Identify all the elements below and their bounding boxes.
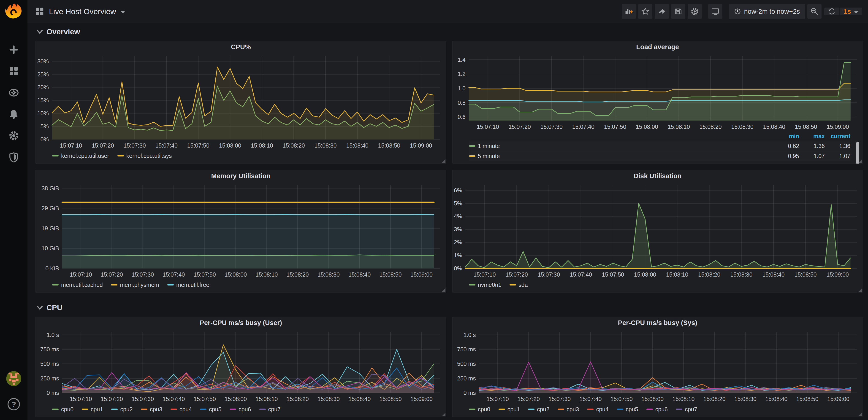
panel-resize-handle[interactable]: [858, 159, 862, 163]
chart-area[interactable]: 15:07:1015:07:2015:07:3015:07:4015:07:50…: [36, 182, 446, 279]
x-axis-tick-label: 15:09:00: [410, 396, 433, 402]
sidebar-item-alerting[interactable]: [8, 109, 19, 120]
legend-item[interactable]: cpu0: [52, 406, 73, 413]
legend-item[interactable]: kernel.cpu.util.sys: [117, 153, 172, 159]
panel-resize-handle[interactable]: [858, 288, 862, 292]
y-axis-tick-label: 1.0 s: [47, 332, 59, 338]
x-axis-tick-label: 15:07:40: [155, 142, 178, 149]
legend-item[interactable]: cpu3: [141, 406, 162, 413]
compass-icon: [8, 87, 19, 98]
legend-item[interactable]: cpu7: [259, 406, 281, 413]
chart-area[interactable]: 15:07:1015:07:2015:07:3015:07:4015:07:50…: [36, 329, 446, 404]
y-axis-tick-label: 0%: [40, 136, 49, 142]
x-axis-tick-label: 15:09:00: [410, 271, 433, 278]
legend-stat-header[interactable]: max: [799, 133, 825, 139]
dashboard-settings-button[interactable]: [688, 4, 702, 19]
chart-area[interactable]: 15:07:1015:07:2015:07:3015:07:4015:07:50…: [453, 182, 863, 279]
panel-title[interactable]: Per-CPU ms/s busy (User): [36, 317, 446, 329]
grafana-logo[interactable]: [5, 3, 23, 21]
add-panel-button[interactable]: [622, 4, 636, 19]
legend-label: kernel.cpu.util.user: [61, 153, 109, 159]
y-axis-tick-label: 6%: [454, 187, 462, 194]
legend-item[interactable]: cpu6: [646, 406, 668, 413]
chart-area[interactable]: 15:07:1015:07:2015:07:3015:07:4015:07:50…: [453, 53, 863, 132]
legend-item[interactable]: kernel.cpu.util.user: [52, 153, 109, 159]
plus-icon: [8, 44, 19, 55]
legend-item[interactable]: cpu1: [499, 406, 520, 413]
panel-resize-handle[interactable]: [858, 413, 862, 416]
y-axis-tick-label: 750 ms: [40, 346, 59, 353]
chart-area[interactable]: 15:07:1015:07:2015:07:3015:07:4015:07:50…: [453, 329, 863, 404]
question-circle-icon: ?: [11, 400, 16, 409]
legend-stat-header[interactable]: current: [825, 133, 850, 139]
sidebar-item-explore[interactable]: [8, 87, 19, 98]
legend-item[interactable]: cpu2: [528, 406, 549, 413]
panel-title[interactable]: Disk Utilisation: [453, 170, 863, 182]
legend-item[interactable]: cpu3: [558, 406, 579, 413]
avatar[interactable]: [6, 371, 21, 386]
share-icon: [658, 7, 666, 15]
legend-label: cpu6: [655, 406, 668, 413]
save-dashboard-button[interactable]: [671, 4, 685, 19]
legend-item[interactable]: mem.physmem: [111, 282, 159, 288]
cycle-view-mode-button[interactable]: [708, 4, 722, 19]
x-axis-tick-label: 15:08:40: [346, 142, 369, 149]
section-header-overview[interactable]: Overview: [35, 23, 863, 41]
legend-color-dash: [469, 409, 475, 410]
panel-title[interactable]: Memory Utilisation: [36, 170, 446, 182]
legend-stat-value: 1.36: [825, 143, 850, 150]
legend-item[interactable]: cpu4: [170, 406, 192, 413]
legend-item[interactable]: cpu1: [82, 406, 103, 413]
mark-favorite-button[interactable]: [638, 4, 652, 19]
legend-item[interactable]: cpu2: [111, 406, 132, 413]
sidebar-item-configuration[interactable]: [8, 130, 19, 141]
panel-title[interactable]: Per-CPU ms/s busy (Sys): [453, 317, 863, 329]
chart-area[interactable]: 15:07:1015:07:2015:07:3015:07:4015:07:50…: [36, 53, 446, 150]
legend-row[interactable]: 5 minute0.951.071.07: [469, 151, 850, 161]
legend-item[interactable]: cpu4: [587, 406, 609, 413]
sidebar-item-server-admin[interactable]: [8, 152, 19, 162]
legend-item[interactable]: mem.util.free: [167, 282, 209, 288]
panel-title[interactable]: CPU%: [36, 41, 446, 53]
panel-resize-handle[interactable]: [442, 413, 445, 416]
sidebar-item-create[interactable]: [8, 44, 19, 55]
y-axis-tick-label: 500 ms: [457, 360, 476, 367]
x-axis-tick-label: 15:07:30: [132, 271, 154, 278]
legend-color-dash: [469, 145, 475, 147]
sidebar-item-dashboards[interactable]: [8, 66, 19, 76]
x-axis-tick-label: 15:08:50: [379, 396, 402, 402]
legend-item[interactable]: cpu0: [469, 406, 490, 413]
legend-item[interactable]: sda: [509, 282, 528, 288]
legend-item[interactable]: cpu6: [229, 406, 251, 413]
series-line: [62, 215, 434, 215]
legend-item[interactable]: cpu7: [676, 406, 697, 413]
refresh-interval-dropdown[interactable]: 1s: [840, 7, 862, 15]
x-axis-tick-label: 15:08:00: [219, 142, 241, 149]
panel-title[interactable]: Load average: [453, 41, 863, 53]
chart-svg: 15:07:1015:07:2015:07:3015:07:4015:07:50…: [36, 182, 446, 279]
help-button[interactable]: ?: [7, 398, 20, 410]
legend: cpu0cpu1cpu2cpu3cpu4cpu5cpu6cpu7: [36, 404, 446, 417]
x-axis-tick-label: 15:08:50: [378, 142, 400, 149]
panel-resize-handle[interactable]: [442, 159, 445, 163]
legend-item[interactable]: mem.util.cached: [52, 282, 103, 288]
y-axis-tick-label: 250 ms: [40, 375, 59, 382]
legend-item[interactable]: cpu5: [617, 406, 638, 413]
legend-stat-header[interactable]: min: [773, 133, 799, 139]
zoom-out-time-button[interactable]: [807, 4, 822, 19]
refresh-button[interactable]: [824, 7, 839, 15]
legend-color-dash: [167, 284, 174, 286]
legend-row[interactable]: 1 minute0.621.361.36: [469, 141, 850, 151]
time-range-picker[interactable]: now-2m to now+2s: [729, 4, 805, 19]
panel-resize-handle[interactable]: [442, 288, 445, 292]
legend-item[interactable]: cpu5: [200, 406, 221, 413]
x-axis-tick-label: 15:08:20: [703, 396, 725, 402]
legend-label: cpu2: [120, 406, 132, 413]
save-icon: [674, 7, 682, 15]
legend-color-dash: [259, 409, 266, 410]
dashboard-title-button[interactable]: Live Host Overview: [35, 7, 125, 16]
x-axis-tick-label: 15:07:10: [487, 396, 508, 402]
section-header-cpu[interactable]: CPU: [35, 299, 863, 317]
legend-item[interactable]: nvme0n1: [469, 282, 501, 288]
share-dashboard-button[interactable]: [655, 4, 669, 19]
